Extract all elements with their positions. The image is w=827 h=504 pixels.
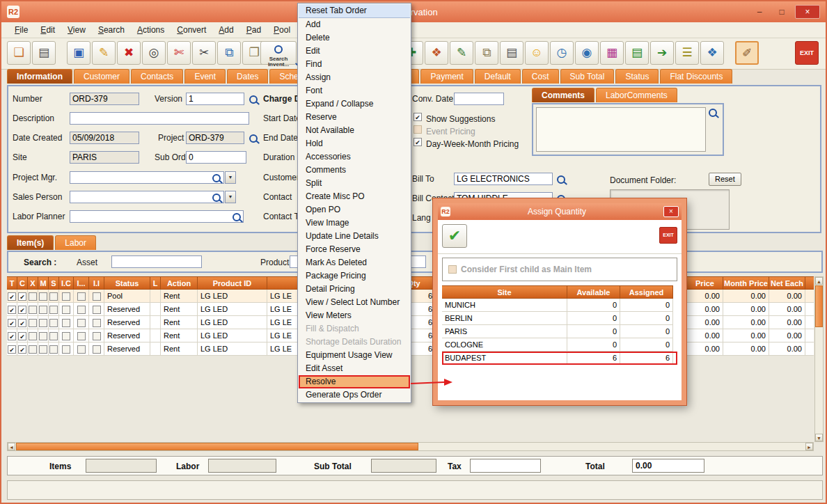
vertical-scroll-thumb[interactable] [815, 285, 823, 327]
description-input[interactable] [70, 112, 249, 125]
row-checkbox[interactable] [39, 345, 47, 354]
close-button[interactable]: × [795, 5, 820, 19]
row-checkbox[interactable]: ✔ [8, 292, 16, 301]
menu-item-edit-asset[interactable]: Edit Asset [299, 362, 410, 375]
menu-convert[interactable]: Convert [171, 25, 212, 35]
row-checkbox[interactable] [39, 292, 47, 301]
cut-row-button[interactable]: ✄ [167, 41, 191, 65]
comments-textarea[interactable] [536, 107, 706, 152]
delete-button[interactable]: ✖ [117, 41, 141, 65]
tab-dates[interactable]: Dates [227, 69, 268, 84]
cut-button[interactable]: ✂ [192, 41, 216, 65]
save-button[interactable]: ▣ [67, 41, 90, 65]
row-checkbox[interactable] [39, 332, 47, 340]
dialog-close-button[interactable]: × [663, 206, 679, 217]
show-suggestions-checkbox[interactable]: ✔ [414, 113, 422, 121]
column-header-l[interactable]: L [150, 276, 161, 290]
menu-item-edit[interactable]: Edit [299, 45, 410, 58]
menu-pool[interactable]: Pool [267, 25, 297, 35]
row-checkbox[interactable] [93, 306, 101, 314]
row-checkbox[interactable] [62, 319, 70, 327]
menu-item-comments[interactable]: Comments [299, 164, 410, 177]
row-checkbox[interactable] [62, 292, 70, 301]
menu-item-split[interactable]: Split [299, 177, 410, 190]
tax-field[interactable] [470, 459, 541, 473]
column-header-i-i[interactable]: I.I [89, 276, 104, 290]
row-checkbox[interactable]: ✔ [18, 319, 26, 327]
project-mgr-input[interactable] [70, 171, 224, 184]
cube-report-button[interactable]: ▦ [600, 41, 624, 65]
tab-status[interactable]: Status [615, 69, 659, 84]
tab-cost[interactable]: Cost [522, 69, 559, 84]
group-items-button[interactable]: ❖ [425, 41, 448, 65]
row-checkbox[interactable] [29, 306, 37, 314]
menu-item-resolve[interactable]: Resolve [299, 375, 410, 388]
column-header-m[interactable]: M [38, 276, 49, 290]
search-inventory-button[interactable]: Search Invent... [260, 41, 297, 65]
menu-item-mark-as-deleted[interactable]: Mark As Deleted [299, 256, 410, 269]
menu-add[interactable]: Add [212, 25, 239, 35]
scroll-down-icon[interactable]: ▼ [815, 434, 823, 441]
row-checkbox[interactable] [39, 306, 47, 314]
column-header-s[interactable]: S [49, 276, 59, 290]
menu-item-add[interactable]: Add [299, 18, 410, 31]
row-checkbox[interactable] [29, 345, 37, 354]
row-checkbox[interactable] [49, 292, 58, 301]
dwm-pricing-checkbox[interactable]: ✔ [414, 138, 422, 146]
tab-flat-discounts[interactable]: Flat Discounts [660, 69, 732, 84]
tab-comments[interactable]: Comments [532, 88, 594, 102]
row-checkbox[interactable] [62, 332, 70, 340]
menu-view[interactable]: View [61, 25, 92, 35]
column-header-c[interactable]: C [17, 276, 28, 290]
sales-person-search-icon[interactable] [212, 194, 221, 202]
sub-total-field[interactable] [371, 459, 436, 473]
tab-information[interactable]: Information [7, 69, 72, 84]
site-input[interactable] [70, 151, 139, 164]
menu-item-assign[interactable]: Assign [299, 71, 410, 84]
row-checkbox[interactable]: ✔ [18, 292, 26, 301]
menu-item-open-po[interactable]: Open PO [299, 203, 410, 216]
feedback-smiley-button[interactable]: ☺ [525, 41, 549, 65]
vertical-scrollbar[interactable]: ▲ ▼ [814, 276, 824, 442]
project-mgr-search-icon[interactable] [212, 174, 221, 182]
site-row[interactable]: PARIS00 [442, 325, 677, 338]
menu-item-package-pricing[interactable]: Package Pricing [299, 269, 410, 283]
menu-item-reset-tab-order[interactable]: Reset Tab Order [299, 4, 410, 18]
design-wand-button[interactable]: ✐ [735, 41, 759, 65]
row-checkbox[interactable] [29, 292, 37, 301]
dialog-column-site[interactable]: Site [442, 285, 567, 299]
row-checkbox[interactable] [77, 332, 86, 340]
menu-file[interactable]: File [8, 25, 34, 35]
memo-button[interactable]: ▤ [625, 41, 649, 65]
maximize-button[interactable]: □ [773, 5, 791, 19]
menu-actions[interactable]: Actions [131, 25, 171, 35]
sales-person-dropdown-icon[interactable]: ▼ [225, 191, 236, 203]
menu-item-view-meters[interactable]: View Meters [299, 309, 410, 322]
scroll-right-icon[interactable]: ► [805, 443, 813, 450]
asset-input[interactable] [111, 255, 202, 268]
column-header-t[interactable]: T [7, 276, 17, 290]
bill-to-input[interactable] [454, 173, 553, 185]
row-checkbox[interactable] [93, 319, 101, 327]
column-header-net-each[interactable]: Net Each [769, 276, 805, 290]
comments-search-icon[interactable] [709, 109, 717, 117]
menu-item-accessories[interactable]: Accessories [299, 150, 410, 164]
menu-item-expand-collapse[interactable]: Expand / Collapse [299, 97, 410, 111]
dialog-column-assigned[interactable]: Assigned [620, 285, 673, 299]
menu-search[interactable]: Search [92, 25, 131, 35]
tab-sub-total[interactable]: Sub Total [560, 69, 615, 84]
column-header-price[interactable]: Price [687, 276, 723, 290]
tab-contacts[interactable]: Contacts [131, 69, 183, 84]
column-header-i[interactable]: I... [74, 276, 89, 290]
row-checkbox[interactable] [29, 332, 37, 340]
go-arrow-button[interactable]: ➔ [650, 41, 674, 65]
column-header-status[interactable]: Status [104, 276, 150, 290]
sub-orders-input[interactable] [186, 151, 246, 164]
row-checkbox[interactable] [77, 319, 86, 327]
menu-item-find[interactable]: Find [299, 58, 410, 71]
menu-item-not-available[interactable]: Not Available [299, 124, 410, 137]
tab-event[interactable]: Event [184, 69, 226, 84]
labor-total-field[interactable] [208, 459, 276, 473]
row-checkbox[interactable] [77, 306, 86, 314]
column-header-product-id[interactable]: Product ID [198, 276, 267, 290]
